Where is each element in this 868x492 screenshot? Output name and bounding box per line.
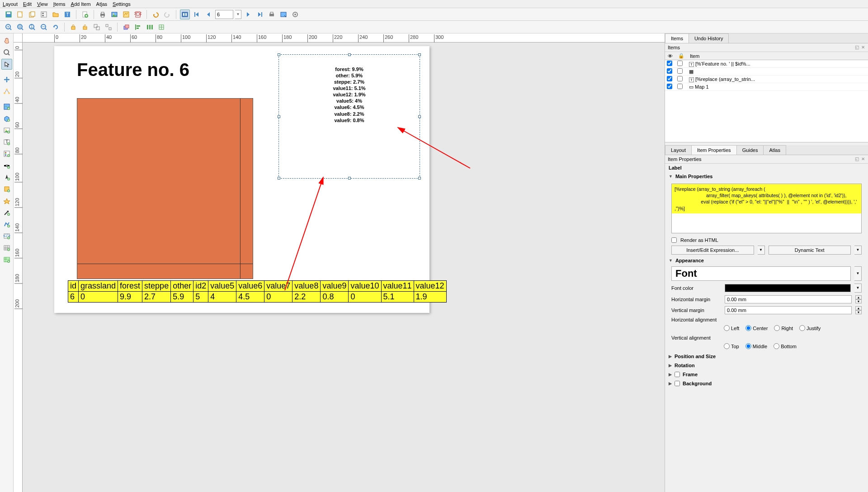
v-align-middle[interactable] — [745, 343, 751, 349]
redo-icon[interactable] — [162, 9, 172, 19]
save-icon[interactable] — [4, 9, 14, 19]
h-align-left[interactable] — [724, 325, 730, 331]
render-html-checkbox[interactable] — [671, 237, 677, 243]
undo-icon[interactable] — [151, 9, 160, 19]
section-main-properties[interactable]: ▼Main Properties — [665, 172, 868, 181]
menu-settings[interactable]: Settings — [113, 1, 131, 7]
font-color-dropdown[interactable]: ▼ — [854, 284, 862, 293]
export-pdf-icon[interactable]: PDF — [133, 9, 143, 19]
add-picture-icon[interactable] — [1, 125, 12, 136]
v-margin-spinner[interactable]: ▲▼ — [855, 306, 862, 314]
select-tool-icon[interactable] — [1, 59, 12, 70]
label-item-selected[interactable]: forest: 9.9%other: 5.9%steppe: 2.7%value… — [278, 54, 420, 179]
atlas-page-dropdown[interactable]: ▼ — [235, 10, 241, 19]
save-template-icon[interactable]: T — [62, 9, 72, 19]
background-checkbox[interactable] — [675, 381, 680, 386]
v-align-top[interactable] — [724, 343, 730, 349]
edit-nodes-icon[interactable] — [1, 86, 12, 97]
unlock-items-icon[interactable] — [80, 22, 90, 32]
items-row[interactable]: T [%'Feature no. ' || $id%... — [665, 60, 868, 68]
dynamic-text-dropdown[interactable]: ▼ — [854, 246, 862, 255]
tab-layout[interactable]: Layout — [665, 145, 692, 155]
h-align-center[interactable] — [745, 325, 751, 331]
items-row[interactable]: T [%replace (array_to_strin... — [665, 76, 868, 83]
expression-textarea[interactable]: [%replace (array_to_string (array_foreac… — [671, 184, 862, 233]
add-map-icon[interactable] — [1, 101, 12, 112]
export-svg-icon[interactable] — [121, 9, 131, 19]
group-icon[interactable] — [92, 22, 102, 32]
item-lock-checkbox[interactable] — [677, 76, 683, 81]
refresh-icon[interactable] — [51, 22, 61, 32]
v-margin-input[interactable] — [725, 306, 852, 314]
insert-expression-dropdown[interactable]: ▼ — [758, 246, 765, 255]
tab-undo-history[interactable]: Undo History — [689, 33, 729, 43]
distribute-icon[interactable] — [145, 22, 155, 32]
open-folder-icon[interactable] — [51, 9, 61, 19]
tab-atlas[interactable]: Atlas — [763, 145, 786, 155]
atlas-print-icon[interactable] — [267, 9, 277, 19]
last-feature-icon[interactable] — [255, 9, 265, 19]
h-align-right[interactable] — [774, 325, 780, 331]
items-row[interactable]: ▭ Map 1 — [665, 83, 868, 91]
add-legend-icon[interactable] — [1, 148, 12, 159]
section-background[interactable]: ▶Background — [665, 379, 868, 388]
item-visible-checkbox[interactable] — [667, 68, 672, 74]
menu-atlas[interactable]: Atlas — [96, 1, 107, 7]
atlas-page-input[interactable] — [215, 10, 233, 19]
atlas-preview-icon[interactable] — [180, 9, 190, 19]
add-html-icon[interactable]: </> — [1, 231, 12, 241]
map-item[interactable] — [77, 98, 253, 279]
section-appearance[interactable]: ▼Appearance — [665, 256, 868, 265]
item-lock-checkbox[interactable] — [677, 61, 683, 66]
resize-icon[interactable] — [156, 22, 166, 32]
atlas-export-icon[interactable] — [278, 9, 288, 19]
font-dropdown[interactable]: ▼ — [854, 266, 862, 281]
zoom-tool-icon[interactable] — [1, 47, 12, 58]
print-icon[interactable] — [98, 9, 108, 19]
item-visible-checkbox[interactable] — [667, 61, 672, 66]
add-north-arrow-icon[interactable] — [1, 172, 12, 183]
font-button[interactable]: Font — [671, 266, 851, 281]
h-margin-spinner[interactable]: ▲▼ — [855, 295, 862, 303]
h-align-justify[interactable] — [799, 325, 805, 331]
add-arrow-icon[interactable] — [1, 207, 12, 218]
dynamic-text-button[interactable]: Dynamic Text — [769, 246, 851, 255]
add-shape-icon[interactable] — [1, 184, 12, 194]
items-row[interactable]: ▦ — [665, 68, 868, 76]
canvas[interactable]: 0204060801001201401601802002202402602803… — [14, 33, 665, 492]
tab-guides[interactable]: Guides — [736, 145, 764, 155]
zoom-full-icon[interactable] — [15, 22, 25, 32]
attribute-table[interactable]: idgrasslandforeststeppeotherid2value5val… — [68, 280, 447, 303]
add-fixed-table-icon[interactable] — [1, 254, 12, 265]
frame-checkbox[interactable] — [675, 372, 680, 377]
new-layout-icon[interactable] — [15, 9, 25, 19]
insert-expression-button[interactable]: Insert/Edit Expression... — [671, 246, 754, 255]
raise-icon[interactable] — [121, 22, 131, 32]
atlas-settings-icon[interactable] — [290, 9, 300, 19]
zoom-actual-icon[interactable]: 1 — [27, 22, 37, 32]
item-visible-checkbox[interactable] — [667, 84, 672, 89]
add-node-item-icon[interactable] — [1, 219, 12, 230]
add-from-template-icon[interactable] — [80, 9, 90, 19]
next-feature-icon[interactable] — [243, 9, 253, 19]
align-left-icon[interactable] — [133, 22, 143, 32]
first-feature-icon[interactable] — [192, 9, 202, 19]
add-scalebar-icon[interactable] — [1, 160, 12, 171]
lock-items-icon[interactable] — [68, 22, 78, 32]
item-visible-checkbox[interactable] — [667, 76, 672, 81]
section-rotation[interactable]: ▶Rotation — [665, 361, 868, 370]
menu-edit[interactable]: Edit — [23, 1, 32, 7]
menu-add-item[interactable]: Add Item — [71, 1, 91, 7]
move-content-icon[interactable] — [1, 74, 12, 85]
add-table-icon[interactable] — [1, 242, 12, 253]
duplicate-layout-icon[interactable] — [27, 9, 37, 19]
add-marker-icon[interactable] — [1, 195, 12, 206]
pan-tool-icon[interactable] — [1, 35, 12, 46]
item-lock-checkbox[interactable] — [677, 68, 683, 74]
prev-feature-icon[interactable] — [203, 9, 213, 19]
menu-layout[interactable]: LLayoutayout — [3, 1, 18, 7]
menu-view[interactable]: View — [37, 1, 48, 7]
ungroup-icon[interactable] — [104, 22, 113, 32]
add-label-icon[interactable]: T — [1, 137, 12, 147]
panel-controls-icon[interactable]: ◱ ✕ — [855, 156, 865, 162]
